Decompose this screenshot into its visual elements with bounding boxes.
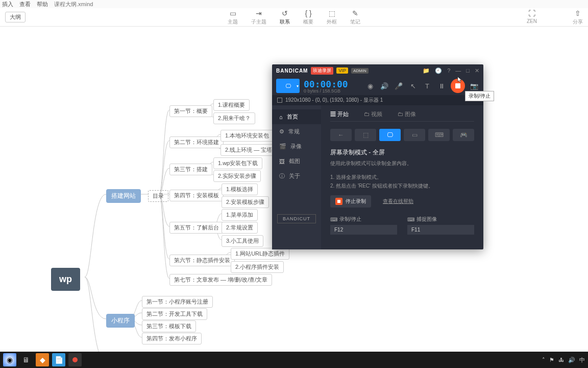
node-s5[interactable]: 第五节：了解后台 [169,222,224,234]
tb-share[interactable]: ⇧分享 [573,9,583,26]
tb-subtopic[interactable]: ⇥子主题 [251,9,266,26]
cursor-icon[interactable]: ↖ [408,81,418,91]
node-s5b[interactable]: 2.常规设置 [222,222,258,234]
node-m4[interactable]: 第四节：发布小程序 [142,333,202,344]
video-icon: 🎬 [279,143,286,150]
bc-titlebar[interactable]: BANDICAM 班迪录屏 VIP ADMIN 📁 🕘 ? — □ ✕ [272,64,483,77]
node-root[interactable]: wp [51,268,80,291]
desktop-icon[interactable]: 🖥 [19,353,33,366]
tray-up-icon[interactable]: ˄ [542,357,545,363]
tab-image[interactable]: 🗀 图像 [398,110,416,118]
bandicut-button[interactable]: BANDICUT [277,214,316,223]
webcam-icon[interactable]: ◉ [365,81,375,91]
node-m1[interactable]: 第一节：小程序账号注册 [142,296,213,308]
side-common[interactable]: ⚙常规 [272,124,321,139]
bandicam-taskbar-icon[interactable] [68,353,82,366]
node-s4a[interactable]: 1.模板选择 [222,183,258,195]
node-s6b[interactable]: 2.小程序插件安装 [231,261,284,273]
speaker-icon[interactable]: 🔊 [379,81,389,91]
admin-badge: ADMIN [351,68,369,74]
mode-game[interactable]: 🎮 [453,129,474,141]
tb-summary[interactable]: { }概要 [303,9,313,26]
node-s4[interactable]: 第四节：安装模板 [169,190,224,201]
node-s3b[interactable]: 2.实际安装步骤 [213,170,261,182]
tray-vol-icon[interactable]: 🔊 [568,357,575,363]
mic-icon[interactable]: 🎤 [394,81,404,91]
node-s2a[interactable]: 1.本地环境安装包 [220,130,274,142]
side-home[interactable]: ⌂首页 [272,109,321,124]
menu-insert[interactable]: 插入 [2,1,13,8]
node-s1b[interactable]: 2.用来干啥？ [213,112,255,124]
tab-video[interactable]: 🗀 视频 [364,110,382,118]
share-icon: ⇧ [575,9,581,17]
zen-icon: ⛶ [528,9,535,17]
bc-sidebar: ⌂首页 ⚙常规 🎬录像 🖼截图 ⓘ关于 BANDICUT [272,105,321,249]
mode-device[interactable]: ⌨ [428,129,450,141]
tray-ime-icon[interactable]: 中 [579,356,585,364]
checkbox[interactable] [277,98,282,103]
record-button[interactable] [451,79,465,93]
minimize-icon[interactable]: — [455,67,461,74]
bc-logo: BANDICAM [276,68,308,74]
node-m3[interactable]: 第三节：模板下载 [142,320,196,332]
app2-icon[interactable]: 📄 [52,353,65,366]
side-about[interactable]: ⓘ关于 [272,169,321,183]
node-s6a[interactable]: 1.网站URL静态插件 [231,248,289,260]
hotkey2-value[interactable]: F11 [407,225,474,235]
tb-zen[interactable]: ⛶ZEN [527,9,537,26]
mode-back[interactable]: ← [330,129,352,141]
help-icon[interactable]: ? [447,67,450,74]
tb-topic[interactable]: ▭主题 [228,9,238,26]
mode-screen[interactable]: 🖵 [379,129,401,141]
folder-icon[interactable]: 📁 [423,67,430,74]
gear-icon: ⚙ [279,128,284,135]
clock-icon[interactable]: 🕘 [435,67,442,74]
node-s3[interactable]: 第三节：搭建 [169,164,212,175]
stop-button[interactable]: 停止录制 [330,195,371,208]
side-shot[interactable]: 🖼截图 [272,154,321,169]
camera-icon[interactable]: 📷 [469,81,479,91]
tab-start[interactable]: ☰ 开始 [330,110,349,118]
maximize-icon[interactable]: □ [466,67,470,74]
node-s2b[interactable]: 2.线上环境 — 宝塔 [220,144,277,156]
timer: 00:00:00 [304,79,348,89]
node-s5a[interactable]: 1.菜单添加 [222,209,258,221]
node-s5c[interactable]: 3.小工具使用 [222,235,263,247]
hotkey1-value[interactable]: F12 [330,225,397,235]
tb-note[interactable]: ✎笔记 [350,9,360,26]
node-m2[interactable]: 第二节：开发工具下载 [142,308,207,320]
tray-flag-icon[interactable]: ⚑ [549,357,554,363]
mode-window[interactable]: ▭ [404,129,425,141]
text-icon[interactable]: T [422,81,432,91]
node-tag[interactable]: 目录 [148,190,168,202]
tray-net-icon[interactable]: 🖧 [558,357,564,363]
tb-relation[interactable]: ↺联系 [280,9,290,26]
menubar: 插入 查看 帮助 课程大纲.xmind [0,0,588,8]
node-s2[interactable]: 第二节：环境搭建 [169,136,224,148]
node-branch-mp[interactable]: 小程序 [106,314,135,328]
pause-icon[interactable]: ⏸ [436,81,447,91]
mode-button[interactable]: 🖵▾ [276,79,300,93]
app1-icon[interactable]: ◆ [36,353,49,366]
node-s6[interactable]: 第六节：静态插件安装 [169,255,235,266]
help-link[interactable]: 查看在线帮助 [383,198,413,204]
bc-info: 1920x1080 - (0, 0), (1920, 1080) - 显示器 1… [272,95,483,105]
info-icon: ⓘ [279,172,285,180]
node-s3a[interactable]: 1.wp安装包下载 [213,157,262,169]
node-s1[interactable]: 第一节：概要 [169,105,212,117]
node-s1a[interactable]: 1.课程概要 [213,99,250,111]
node-s7[interactable]: 第七节：文章发布 — 增/删/改/查/文章 [169,274,272,286]
chrome-icon[interactable]: ◉ [3,353,16,366]
side-rec[interactable]: 🎬录像 [272,139,321,154]
bandicam-window[interactable]: BANDICAM 班迪录屏 VIP ADMIN 📁 🕘 ? — □ ✕ 🖵▾ 0… [272,64,483,249]
node-branch-site[interactable]: 搭建网站 [106,189,141,203]
node-s4b[interactable]: 2.安装模板步骤 [222,196,269,208]
tb-boundary[interactable]: ⬚外框 [327,9,337,26]
outline-button[interactable]: 大纲 [5,12,26,22]
close-icon[interactable]: ✕ [475,67,479,74]
mode-rect[interactable]: ⬚ [355,129,376,141]
menu-view[interactable]: 查看 [19,1,31,8]
summary-icon: { } [305,9,311,17]
topic-icon: ▭ [230,9,236,17]
menu-help[interactable]: 帮助 [37,1,48,8]
